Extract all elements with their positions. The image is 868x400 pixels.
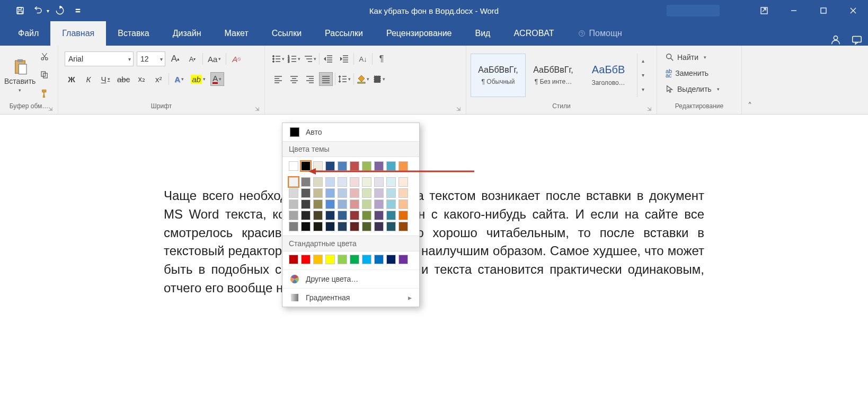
strikethrough-button[interactable]: abc [116, 72, 131, 86]
shading-button[interactable] [356, 72, 370, 86]
multilevel-list-button[interactable] [303, 52, 317, 66]
subscript-button[interactable]: x₂ [135, 72, 148, 86]
color-auto[interactable]: Авто [282, 123, 419, 141]
theme-color-swatch[interactable] [350, 211, 359, 220]
paragraph-dialog-launcher[interactable]: ⇲ [456, 106, 460, 112]
standard-color-swatch[interactable] [386, 255, 396, 264]
grow-font-button[interactable]: A▴ [169, 52, 182, 66]
standard-color-swatch[interactable] [301, 255, 311, 264]
tab-design[interactable]: Дизайн [161, 21, 213, 46]
theme-color-swatch[interactable] [374, 177, 384, 187]
theme-color-swatch[interactable] [301, 199, 311, 209]
theme-color-swatch[interactable] [338, 188, 347, 198]
theme-color-swatch[interactable] [374, 211, 384, 220]
increase-indent-button[interactable] [338, 52, 351, 66]
theme-color-swatch[interactable] [374, 161, 384, 171]
theme-color-swatch[interactable] [289, 222, 298, 231]
borders-button[interactable] [372, 72, 386, 86]
standard-color-swatch[interactable] [313, 255, 323, 264]
font-dialog-launcher[interactable]: ⇲ [255, 106, 259, 112]
style-heading1[interactable]: АаБбВ Заголово… [581, 54, 636, 97]
page[interactable]: Чаще всего необходимость убрать фон за т… [153, 134, 715, 298]
superscript-button[interactable]: x² [152, 72, 165, 86]
replace-button[interactable]: abacЗаменить [666, 67, 720, 80]
paste-button[interactable]: Вставить ▾ [4, 48, 36, 102]
standard-color-swatch[interactable] [338, 255, 347, 264]
theme-color-swatch[interactable] [398, 177, 408, 187]
theme-color-swatch[interactable] [374, 222, 384, 231]
theme-color-swatch[interactable] [289, 211, 298, 220]
more-colors[interactable]: Другие цвета… [282, 269, 419, 288]
theme-color-swatch[interactable] [301, 222, 311, 231]
theme-color-swatch[interactable] [313, 177, 323, 187]
theme-color-swatch[interactable] [362, 177, 371, 187]
theme-color-swatch[interactable] [350, 188, 359, 198]
theme-color-swatch[interactable] [398, 188, 408, 198]
theme-color-swatch[interactable] [325, 188, 335, 198]
ribbon-display-options[interactable] [749, 0, 779, 21]
find-button[interactable]: Найти▾ [666, 51, 720, 64]
align-right-button[interactable] [303, 72, 317, 86]
theme-color-swatch[interactable] [325, 161, 335, 171]
theme-color-swatch[interactable] [398, 211, 408, 220]
theme-color-swatch[interactable] [386, 199, 396, 209]
theme-color-swatch[interactable] [313, 188, 323, 198]
align-left-button[interactable] [271, 72, 285, 86]
standard-color-swatch[interactable] [398, 255, 408, 264]
standard-color-swatch[interactable] [325, 255, 335, 264]
bold-button[interactable]: Ж [65, 72, 78, 86]
font-name-combo[interactable]: Arial [65, 51, 134, 66]
theme-color-swatch[interactable] [350, 199, 359, 209]
comments-icon[interactable] [851, 34, 863, 46]
document-text[interactable]: Чаще всего необходимость убрать фон за т… [153, 187, 715, 298]
select-button[interactable]: Выделить▾ [666, 83, 720, 95]
theme-color-swatch[interactable] [350, 161, 359, 171]
standard-color-swatch[interactable] [374, 255, 384, 264]
theme-color-swatch[interactable] [350, 222, 359, 231]
share-icon[interactable] [830, 34, 842, 46]
tab-references[interactable]: Ссылки [260, 21, 313, 46]
styles-dialog-launcher[interactable]: ⇲ [647, 106, 651, 112]
theme-color-swatch[interactable] [325, 222, 335, 231]
theme-color-swatch[interactable] [398, 161, 408, 171]
copy-button[interactable] [38, 69, 51, 80]
tab-file[interactable]: Файл [6, 21, 50, 46]
theme-color-swatch[interactable] [386, 211, 396, 220]
clear-formatting-button[interactable]: A⦸ [229, 52, 243, 66]
theme-color-swatch[interactable] [313, 211, 323, 220]
theme-color-swatch[interactable] [386, 161, 396, 171]
tab-view[interactable]: Вид [463, 21, 502, 46]
theme-color-swatch[interactable] [386, 177, 396, 187]
standard-color-swatch[interactable] [289, 255, 298, 264]
theme-color-swatch[interactable] [301, 211, 311, 220]
maximize-button[interactable] [809, 0, 838, 21]
theme-color-swatch[interactable] [362, 199, 371, 209]
bullets-button[interactable] [271, 52, 285, 66]
theme-color-swatch[interactable] [289, 161, 298, 171]
sort-button[interactable]: А↓ [356, 52, 370, 66]
theme-color-swatch[interactable] [338, 177, 347, 187]
tab-mailings[interactable]: Рассылки [313, 21, 375, 46]
theme-color-swatch[interactable] [398, 199, 408, 209]
theme-color-swatch[interactable] [338, 161, 347, 171]
user-account-badge[interactable] [667, 5, 720, 16]
theme-color-swatch[interactable] [338, 199, 347, 209]
theme-color-swatch[interactable] [374, 199, 384, 209]
show-marks-button[interactable]: ¶ [375, 52, 388, 66]
redo-button[interactable] [52, 3, 67, 18]
style-normal[interactable]: АаБбВвГг, ¶ Обычный [471, 54, 526, 97]
theme-color-swatch[interactable] [398, 222, 408, 231]
theme-color-swatch[interactable] [362, 222, 371, 231]
font-size-combo[interactable]: 12 [137, 51, 165, 66]
theme-color-swatch[interactable] [313, 222, 323, 231]
theme-color-swatch[interactable] [301, 177, 311, 187]
tell-me[interactable]: Помощн [566, 21, 634, 46]
theme-color-swatch[interactable] [325, 211, 335, 220]
shrink-font-button[interactable]: A▾ [185, 52, 199, 66]
undo-dropdown-icon[interactable]: ▾ [47, 8, 49, 14]
theme-color-swatch[interactable] [362, 188, 371, 198]
tab-insert[interactable]: Вставка [106, 21, 161, 46]
theme-color-swatch[interactable] [289, 177, 298, 187]
theme-color-swatch[interactable] [289, 199, 298, 209]
collapse-ribbon-button[interactable]: ˄ [742, 46, 758, 114]
